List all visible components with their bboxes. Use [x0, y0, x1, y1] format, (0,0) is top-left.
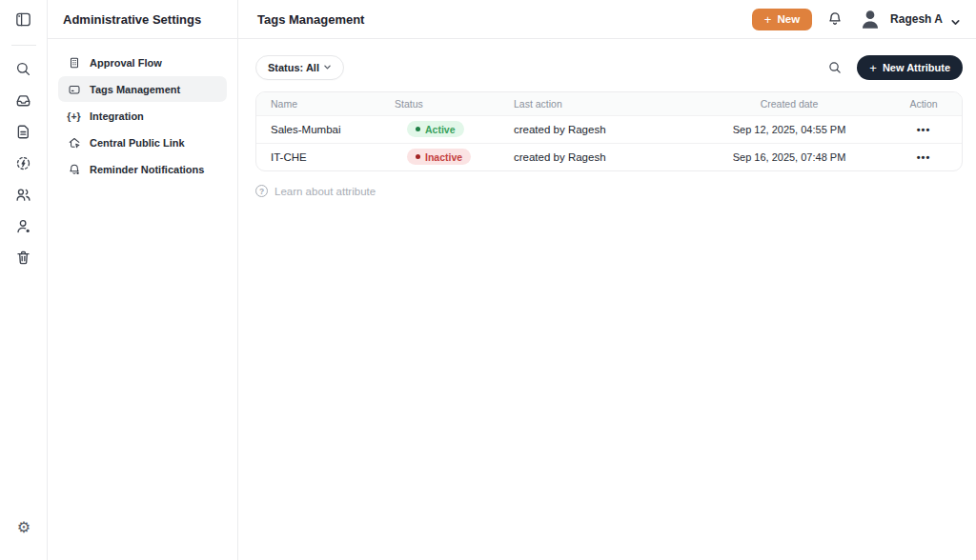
sidebar-item-label: Approval Flow [90, 57, 162, 69]
document-icon[interactable] [13, 121, 34, 142]
sidebar-item-integration[interactable]: {+} Integration [58, 103, 227, 129]
status-dot-icon [416, 154, 420, 159]
table-row[interactable]: IT-CHE Inactive created by Ragesh Sep 16… [256, 143, 962, 170]
page-title: Tags Management [257, 12, 364, 27]
chevron-down-icon [323, 62, 332, 73]
created-date: Sep 12, 2025, 04:55 PM [693, 115, 885, 143]
icon-rail: ⚙ [0, 0, 48, 560]
last-action: created by Ragesh [514, 143, 693, 170]
new-attribute-button[interactable]: + New Attribute [857, 55, 963, 80]
table-header-row: Name Status Last action Created date Act… [256, 92, 962, 115]
status-filter-dropdown[interactable]: Status: All [255, 55, 344, 80]
settings-gear-icon[interactable]: ⚙ [17, 520, 30, 535]
user-status-icon[interactable] [13, 215, 34, 236]
last-action: created by Ragesh [514, 115, 693, 143]
plus-icon: + [869, 62, 877, 74]
panel-toggle-icon[interactable] [13, 9, 34, 30]
status-label: Inactive [425, 151, 462, 163]
braces-plus-icon: {+} [67, 109, 81, 123]
toolbar: Status: All + New Attribute [255, 55, 963, 80]
search-icon[interactable] [827, 60, 843, 75]
app-window: ⚙ Administrative Settings Approval Flow … [0, 0, 976, 560]
row-actions-button[interactable]: ••• [917, 125, 931, 135]
status-label: Active [425, 124, 456, 135]
sidebar-nav: Approval Flow Tags Management {+} Integr… [48, 39, 237, 193]
avatar [858, 7, 883, 31]
sidebar-item-label: Central Public Link [90, 137, 185, 149]
building-icon [67, 55, 81, 70]
sidebar-item-approval-flow[interactable]: Approval Flow [58, 50, 227, 75]
new-attribute-label: New Attribute [883, 62, 950, 73]
plus-icon: + [764, 13, 772, 26]
question-icon: ? [255, 185, 268, 197]
column-header-status: Status [395, 92, 514, 115]
sidebar-item-tags-management[interactable]: Tags Management [58, 76, 227, 102]
column-header-action: Action [885, 92, 962, 115]
tag-name: IT-CHE [256, 143, 395, 170]
row-actions-button[interactable]: ••• [917, 152, 931, 163]
sidebar-item-label: Reminder Notifications [90, 164, 204, 175]
chevron-down-icon [950, 14, 961, 25]
trash-icon[interactable] [13, 247, 34, 268]
status-dot-icon [416, 127, 420, 131]
user-name: Ragesh A [890, 12, 943, 26]
status-badge: Active [407, 121, 464, 137]
status-badge: Inactive [407, 149, 471, 165]
sidebar-item-reminder-notifications[interactable]: Reminder Notifications [58, 156, 227, 182]
tags-table: Name Status Last action Created date Act… [256, 92, 962, 170]
new-button-label: New [777, 13, 800, 25]
new-button[interactable]: + New [752, 9, 812, 30]
users-icon[interactable] [13, 184, 34, 205]
user-menu[interactable]: Ragesh A [858, 7, 961, 31]
tag-name: Sales-Mumbai [256, 115, 395, 143]
main-panel: Tags Management + New Ragesh A [238, 0, 976, 560]
column-header-created-date: Created date [693, 92, 885, 115]
card-icon [67, 82, 81, 96]
bell-icon[interactable] [826, 10, 844, 28]
bell-badge-icon [67, 162, 81, 176]
sidebar-item-central-public-link[interactable]: Central Public Link [58, 130, 227, 155]
settings-sidebar: Administrative Settings Approval Flow Ta… [48, 0, 238, 560]
rail-divider [11, 45, 36, 46]
learn-link-label: Learn about attribute [274, 186, 376, 197]
learn-about-attribute-link[interactable]: ? Learn about attribute [255, 185, 963, 197]
search-icon[interactable] [13, 58, 34, 79]
sidebar-item-label: Integration [90, 110, 144, 122]
column-header-name: Name [256, 92, 395, 115]
status-filter-label: Status: All [268, 62, 319, 73]
home-link-icon [67, 135, 81, 150]
tags-table-card: Name Status Last action Created date Act… [255, 91, 963, 171]
sidebar-title: Administrative Settings [48, 0, 237, 39]
topbar: Tags Management + New Ragesh A [238, 0, 976, 39]
inbox-icon[interactable] [13, 90, 34, 110]
column-header-last-action: Last action [514, 92, 693, 115]
created-date: Sep 16, 2025, 07:48 PM [693, 143, 885, 170]
sidebar-item-label: Tags Management [90, 84, 180, 95]
table-row[interactable]: Sales-Mumbai Active created by Ragesh Se… [256, 115, 962, 143]
content-area: Status: All + New Attribute [238, 39, 976, 197]
sync-flash-icon[interactable] [13, 152, 34, 173]
